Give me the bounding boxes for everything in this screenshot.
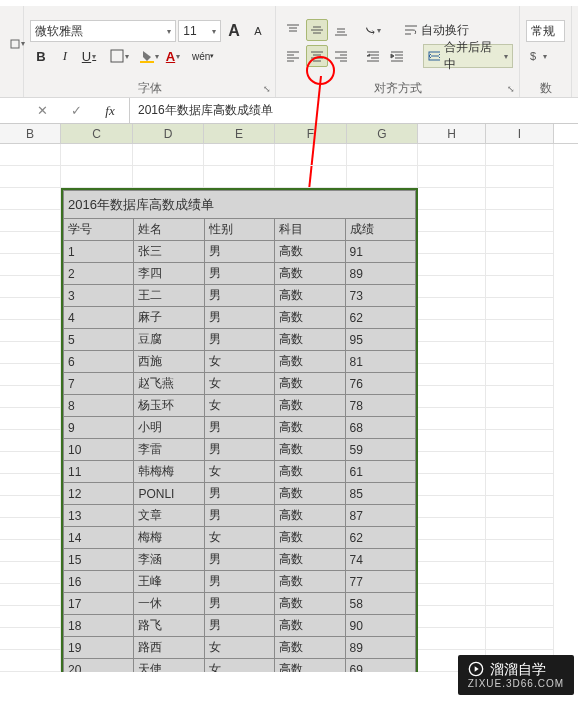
spreadsheet-grid[interactable]: 2016年数据库高数成绩单学号姓名性别科目成绩1张三男高数912李四男高数893… (0, 144, 578, 672)
table-cell[interactable]: 13 (64, 505, 134, 527)
table-cell[interactable]: 61 (345, 461, 415, 483)
cell[interactable] (418, 144, 486, 166)
table-cell[interactable]: 女 (204, 395, 274, 417)
table-cell[interactable]: 高数 (275, 307, 345, 329)
table-cell[interactable]: 高数 (275, 615, 345, 637)
table-row[interactable]: 5豆腐男高数95 (64, 329, 416, 351)
cell[interactable] (418, 320, 486, 342)
table-cell[interactable]: 20 (64, 659, 134, 673)
font-launcher-icon[interactable]: ⤡ (261, 83, 273, 95)
cell[interactable] (486, 628, 554, 650)
merge-center-button[interactable]: 合并后居中▾ (423, 44, 513, 68)
cell[interactable] (418, 210, 486, 232)
table-cell[interactable]: 王峰 (134, 571, 204, 593)
table-cell[interactable]: 89 (345, 263, 415, 285)
table-cell[interactable]: 高数 (275, 571, 345, 593)
table-row[interactable]: 8杨玉环女高数78 (64, 395, 416, 417)
table-cell[interactable]: 19 (64, 637, 134, 659)
cell[interactable] (0, 342, 61, 364)
table-cell[interactable]: 高数 (275, 637, 345, 659)
cell[interactable] (486, 452, 554, 474)
cell[interactable] (0, 562, 61, 584)
decrease-font-button[interactable]: A (247, 20, 269, 42)
table-cell[interactable]: 麻子 (134, 307, 204, 329)
table-cell[interactable]: 10 (64, 439, 134, 461)
cancel-edit-button[interactable]: ✕ (31, 100, 53, 122)
table-cell[interactable]: 李四 (134, 263, 204, 285)
table-cell[interactable]: 12 (64, 483, 134, 505)
table-cell[interactable]: 杨玉环 (134, 395, 204, 417)
table-cell[interactable]: 1 (64, 241, 134, 263)
table-row[interactable]: 19路西女高数89 (64, 637, 416, 659)
table-cell[interactable]: 女 (204, 527, 274, 549)
table-row[interactable]: 10李雷男高数59 (64, 439, 416, 461)
cell[interactable] (0, 232, 61, 254)
table-row[interactable]: 15李涵男高数74 (64, 549, 416, 571)
table-cell[interactable]: 5 (64, 329, 134, 351)
table-cell[interactable]: 高数 (275, 263, 345, 285)
table-cell[interactable]: 高数 (275, 395, 345, 417)
formula-bar-value[interactable]: 2016年数据库高数成绩单 (130, 102, 578, 119)
table-row[interactable]: 13文章男高数87 (64, 505, 416, 527)
underline-button[interactable]: U▾ (78, 45, 100, 67)
table-cell[interactable]: 11 (64, 461, 134, 483)
table-cell[interactable]: 62 (345, 527, 415, 549)
table-cell[interactable]: 68 (345, 417, 415, 439)
table-cell[interactable]: 文章 (134, 505, 204, 527)
table-row[interactable]: 2李四男高数89 (64, 263, 416, 285)
table-cell[interactable]: 91 (345, 241, 415, 263)
table-row[interactable]: 6西施女高数81 (64, 351, 416, 373)
cell[interactable] (418, 298, 486, 320)
table-row[interactable]: 14梅梅女高数62 (64, 527, 416, 549)
table-cell[interactable]: 路西 (134, 637, 204, 659)
align-bottom-button[interactable] (330, 19, 352, 41)
table-cell[interactable]: 81 (345, 351, 415, 373)
table-cell[interactable]: 男 (204, 549, 274, 571)
col-header-G[interactable]: G (347, 124, 418, 143)
table-cell[interactable]: 高数 (275, 527, 345, 549)
cell[interactable] (0, 320, 61, 342)
cell[interactable] (204, 144, 275, 166)
align-center-button[interactable] (306, 45, 328, 67)
cell[interactable] (486, 430, 554, 452)
cell[interactable] (486, 408, 554, 430)
table-cell[interactable]: 16 (64, 571, 134, 593)
cell[interactable] (486, 210, 554, 232)
table-cell[interactable]: 女 (204, 373, 274, 395)
cell[interactable] (0, 210, 61, 232)
border-button[interactable]: ▾ (108, 45, 130, 67)
table-cell[interactable]: 58 (345, 593, 415, 615)
table-cell[interactable]: 3 (64, 285, 134, 307)
table-cell[interactable]: 李雷 (134, 439, 204, 461)
table-cell[interactable]: 男 (204, 615, 274, 637)
cell[interactable] (418, 386, 486, 408)
cell[interactable] (275, 144, 347, 166)
decrease-indent-button[interactable] (362, 45, 384, 67)
cell[interactable] (204, 166, 275, 188)
font-size-select[interactable]: 11▾ (178, 20, 221, 42)
orientation-button[interactable]: ⤻▾ (362, 19, 384, 41)
table-cell[interactable]: 89 (345, 637, 415, 659)
cell[interactable] (0, 518, 61, 540)
cell[interactable] (418, 606, 486, 628)
increase-indent-button[interactable] (386, 45, 408, 67)
table-cell[interactable]: 85 (345, 483, 415, 505)
cell[interactable] (486, 166, 554, 188)
cell[interactable] (418, 496, 486, 518)
wrap-text-button[interactable]: 自动换行 (400, 19, 473, 41)
cell[interactable] (133, 166, 204, 188)
cell[interactable] (347, 144, 418, 166)
cell[interactable] (0, 496, 61, 518)
cell[interactable] (486, 540, 554, 562)
table-cell[interactable]: 男 (204, 241, 274, 263)
table-cell[interactable]: 高数 (275, 659, 345, 673)
align-right-button[interactable] (330, 45, 352, 67)
table-cell[interactable]: 男 (204, 329, 274, 351)
table-cell[interactable]: 男 (204, 483, 274, 505)
table-cell[interactable]: 王二 (134, 285, 204, 307)
cell[interactable] (0, 364, 61, 386)
table-cell[interactable]: 赵飞燕 (134, 373, 204, 395)
cell[interactable] (347, 166, 418, 188)
table-cell[interactable]: 高数 (275, 483, 345, 505)
cell[interactable] (0, 276, 61, 298)
